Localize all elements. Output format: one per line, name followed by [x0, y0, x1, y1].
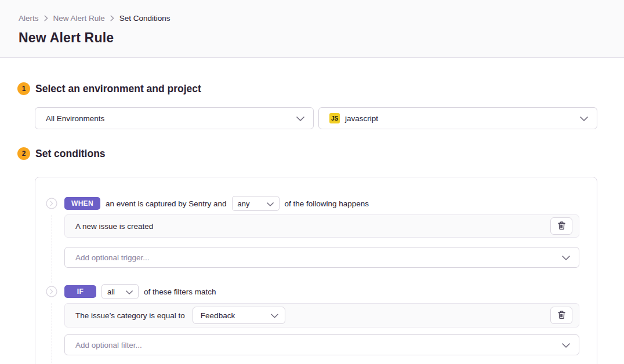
when-text-before: an event is captured by Sentry and — [106, 199, 227, 208]
trigger-condition-label: A new issue is created — [75, 222, 153, 231]
filter-category-value: Feedback — [201, 311, 235, 320]
filter-category-select[interactable]: Feedback — [193, 307, 285, 324]
when-lead: WHEN an event is captured by Sentry and … — [64, 196, 579, 210]
filter-condition-row: The issue’s category is equal to Feedbac… — [64, 303, 579, 327]
trash-icon — [557, 310, 566, 321]
add-optional-filter-select[interactable]: Add optional filter... — [64, 334, 579, 355]
project-select-value: javascript — [345, 114, 580, 123]
chevron-down-icon — [126, 287, 133, 296]
when-text-after: of the following happens — [285, 199, 369, 208]
circle-chevron-icon — [46, 198, 57, 209]
chevron-down-icon — [296, 114, 304, 123]
breadcrumb-new-alert-rule[interactable]: New Alert Rule — [53, 14, 105, 23]
chevron-down-icon — [267, 199, 274, 208]
when-badge: WHEN — [64, 197, 100, 210]
breadcrumb: Alerts New Alert Rule Set Conditions — [19, 14, 605, 23]
main-content: 1 Select an environment and project All … — [0, 58, 624, 364]
trash-icon — [557, 221, 566, 232]
delete-filter-button[interactable] — [550, 307, 572, 324]
when-step: WHEN an event is captured by Sentry and … — [35, 196, 579, 268]
step-number-badge: 1 — [17, 82, 30, 95]
section-environment-heading: Select an environment and project — [35, 83, 201, 95]
if-step: IF all of these filters match The issue’… — [35, 285, 579, 355]
chevron-down-icon — [271, 311, 278, 320]
add-optional-trigger-placeholder: Add optional trigger... — [75, 253, 150, 262]
js-platform-icon: JS — [329, 113, 340, 123]
filter-condition-label: The issue’s category is equal to — [75, 311, 185, 320]
when-match-value: any — [238, 199, 250, 208]
section-environment-header: 1 Select an environment and project — [17, 82, 624, 95]
environment-select-value: All Environments — [46, 114, 296, 123]
delete-trigger-button[interactable] — [550, 217, 572, 235]
chevron-right-icon — [44, 15, 48, 21]
if-lead: IF all of these filters match — [64, 285, 579, 299]
environment-project-row: All Environments JS javascript — [35, 107, 597, 129]
chevron-down-icon — [562, 253, 570, 262]
when-match-select[interactable]: any — [232, 196, 280, 211]
project-select[interactable]: JS javascript — [318, 107, 597, 129]
section-conditions-heading: Set conditions — [35, 148, 106, 160]
circle-chevron-icon — [46, 286, 57, 297]
add-optional-filter-placeholder: Add optional filter... — [75, 341, 142, 350]
add-optional-trigger-select[interactable]: Add optional trigger... — [64, 247, 579, 268]
environment-select[interactable]: All Environments — [35, 107, 314, 129]
step-number-badge: 2 — [17, 147, 30, 160]
chevron-down-icon — [580, 114, 588, 123]
if-match-select[interactable]: all — [101, 284, 139, 299]
page-title: New Alert Rule — [19, 30, 605, 46]
page-header: Alerts New Alert Rule Set Conditions New… — [0, 0, 624, 58]
if-match-value: all — [107, 287, 115, 296]
section-conditions-header: 2 Set conditions — [17, 147, 624, 160]
chevron-right-icon — [110, 15, 114, 21]
conditions-card: WHEN an event is captured by Sentry and … — [35, 177, 597, 364]
breadcrumb-set-conditions: Set Conditions — [119, 14, 170, 23]
chevron-down-icon — [562, 341, 570, 350]
trigger-condition-row: A new issue is created — [64, 214, 579, 238]
breadcrumb-alerts[interactable]: Alerts — [19, 14, 39, 23]
if-text-after: of these filters match — [144, 287, 216, 296]
if-badge: IF — [64, 285, 96, 298]
